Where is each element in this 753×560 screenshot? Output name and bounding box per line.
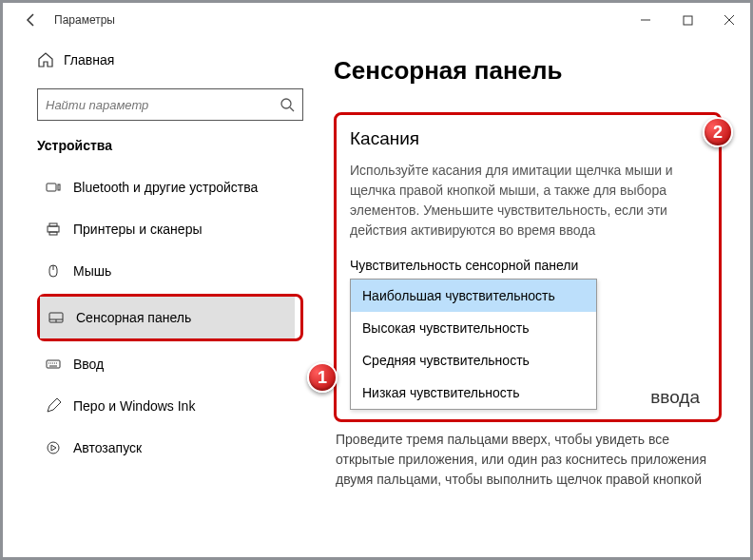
close-button[interactable] xyxy=(708,3,750,37)
annotation-badge-2: 2 xyxy=(703,117,733,147)
sidebar-item-touchpad[interactable]: Сенсорная панель xyxy=(40,297,295,338)
sidebar-home-label: Главная xyxy=(64,52,114,68)
three-finger-description: Проведите тремя пальцами вверх, чтобы ув… xyxy=(334,430,722,490)
main-pane: Сенсорная панель Касания Используйте кас… xyxy=(319,37,750,557)
sidebar-item-label: Принтеры и сканеры xyxy=(73,222,202,237)
pen-icon xyxy=(45,397,73,415)
minimize-button[interactable] xyxy=(625,3,666,37)
minimize-icon xyxy=(640,14,651,26)
dropdown-option[interactable]: Высокая чувствительность xyxy=(351,312,596,344)
svg-line-3 xyxy=(290,107,294,111)
maximize-icon xyxy=(683,15,693,26)
sidebar-item-label: Сенсорная панель xyxy=(76,310,191,325)
section-description: Используйте касания для имитации щелчка … xyxy=(350,161,705,241)
search-field[interactable] xyxy=(46,98,280,112)
settings-window: Параметры Главная Устройства xyxy=(0,0,753,560)
dropdown-option[interactable]: Средняя чувствительность xyxy=(351,344,596,377)
svg-rect-5 xyxy=(58,184,60,190)
sidebar-item-mouse[interactable]: Мышь xyxy=(37,250,303,292)
maximize-button[interactable] xyxy=(666,3,708,37)
sidebar-item-bluetooth[interactable]: Bluetooth и другие устройства xyxy=(37,166,303,208)
touchpad-icon xyxy=(48,309,76,326)
titlebar: Параметры xyxy=(3,3,750,37)
bluetooth-icon xyxy=(45,179,73,196)
sidebar-item-typing[interactable]: Ввод xyxy=(37,343,303,385)
sidebar: Главная Устройства Bluetooth и другие ус… xyxy=(3,37,319,557)
mouse-icon xyxy=(45,262,73,280)
close-icon xyxy=(724,14,735,26)
svg-rect-8 xyxy=(49,232,57,235)
back-button[interactable] xyxy=(18,7,45,33)
svg-point-17 xyxy=(48,442,59,454)
sidebar-item-printers[interactable]: Принтеры и сканеры xyxy=(37,208,303,250)
annotation-badge-1: 1 xyxy=(307,362,338,393)
sidebar-category: Устройства xyxy=(37,138,303,153)
search-input[interactable] xyxy=(37,88,303,121)
arrow-left-icon xyxy=(24,12,39,28)
svg-rect-6 xyxy=(48,226,59,232)
window-title: Параметры xyxy=(54,13,115,27)
svg-rect-1 xyxy=(684,16,692,25)
annotation-highlight-1: Сенсорная панель xyxy=(37,294,303,341)
sensitivity-dropdown[interactable]: Наибольшая чувствительность Высокая чувс… xyxy=(350,279,597,410)
content-area: Главная Устройства Bluetooth и другие ус… xyxy=(3,37,750,557)
sidebar-item-label: Мышь xyxy=(73,263,111,279)
obscured-heading-fragment: ввода xyxy=(650,387,700,408)
dropdown-option[interactable]: Наибольшая чувствительность xyxy=(351,280,596,312)
printer-icon xyxy=(45,221,73,238)
annotation-highlight-2: Касания Используйте касания для имитации… xyxy=(334,112,722,422)
keyboard-icon xyxy=(45,356,73,373)
sidebar-item-home[interactable]: Главная xyxy=(37,43,303,77)
sidebar-item-label: Перо и Windows Ink xyxy=(73,398,195,414)
autoplay-icon xyxy=(45,439,73,456)
svg-rect-14 xyxy=(47,360,60,368)
sidebar-item-label: Ввод xyxy=(73,357,104,372)
dropdown-option[interactable]: Низкая чувствительность xyxy=(351,377,596,409)
page-title: Сенсорная панель xyxy=(334,56,722,86)
sidebar-nav: Bluetooth и другие устройства Принтеры и… xyxy=(37,166,303,469)
svg-point-2 xyxy=(281,99,291,108)
svg-rect-7 xyxy=(49,223,57,226)
search-icon xyxy=(280,97,295,112)
section-title-touches: Касания xyxy=(350,128,705,149)
sidebar-item-autoplay[interactable]: Автозапуск xyxy=(37,427,303,469)
home-icon xyxy=(37,51,64,68)
sidebar-item-label: Автозапуск xyxy=(73,440,142,455)
svg-rect-4 xyxy=(47,183,56,191)
sidebar-item-label: Bluetooth и другие устройства xyxy=(73,180,258,195)
sidebar-item-pen[interactable]: Перо и Windows Ink xyxy=(37,385,303,427)
dropdown-label: Чувствительность сенсорной панели xyxy=(350,258,705,273)
